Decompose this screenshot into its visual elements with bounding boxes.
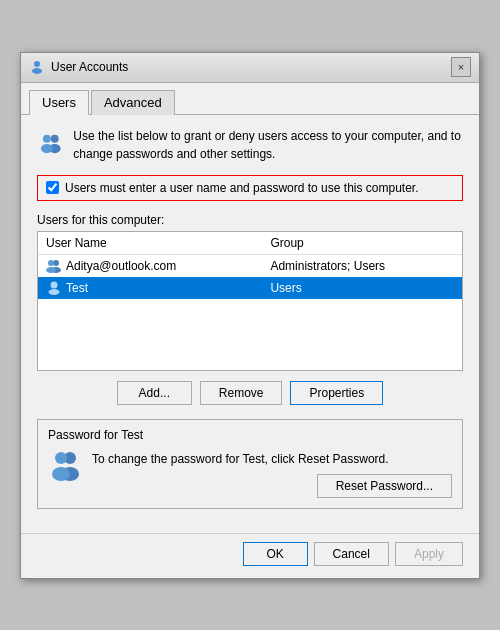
svg-point-15 [52,467,70,481]
header-group: Group [270,236,454,250]
must-enter-password-checkbox[interactable] [46,181,59,194]
password-inner: To change the password for Test, click R… [48,450,452,498]
user-action-buttons: Add... Remove Properties [37,381,463,405]
svg-point-2 [51,134,59,142]
info-text: Use the list below to grant or deny user… [73,127,463,163]
bottom-button-row: OK Cancel Apply [21,533,479,578]
user-row-username: Aditya@outlook.com [66,259,176,273]
users-section-label: Users for this computer: [37,213,463,227]
user-accounts-window: User Accounts × Users Advanced Use the l… [20,52,480,579]
user-row[interactable]: Aditya@outlook.com Administrators; Users [38,255,462,277]
svg-point-11 [49,289,60,295]
user-row-username: Test [66,281,88,295]
user-row-name: Test [46,281,270,295]
window-title: User Accounts [51,60,128,74]
add-button[interactable]: Add... [117,381,192,405]
reset-password-button[interactable]: Reset Password... [317,474,452,498]
must-enter-password-label[interactable]: Users must enter a user name and passwor… [65,181,419,195]
user-row-group: Users [270,281,454,295]
cancel-button[interactable]: Cancel [314,542,389,566]
user-row[interactable]: Test Users [38,277,462,299]
reset-btn-row: Reset Password... [92,474,452,498]
users-icon [37,127,63,161]
password-user-icon [48,450,84,484]
window-icon [29,59,45,75]
apply-button[interactable]: Apply [395,542,463,566]
user-row-name: Aditya@outlook.com [46,259,270,273]
title-bar-text: User Accounts [29,59,128,75]
properties-button[interactable]: Properties [290,381,383,405]
title-bar: User Accounts × [21,53,479,83]
tab-users[interactable]: Users [29,90,89,115]
close-button[interactable]: × [451,57,471,77]
user-list-container[interactable]: User Name Group Aditya@outlook.com [37,231,463,371]
user-list-header: User Name Group [38,232,462,255]
svg-point-0 [34,61,40,67]
svg-point-1 [32,68,42,74]
svg-point-4 [43,134,51,142]
svg-point-9 [46,267,56,273]
password-section: Password for Test To change the password… [37,419,463,509]
info-row: Use the list below to grant or deny user… [37,127,463,163]
password-section-title: Password for Test [48,428,452,442]
svg-point-10 [51,281,58,288]
password-text: To change the password for Test, click R… [92,450,452,468]
svg-point-8 [48,260,54,266]
tab-advanced[interactable]: Advanced [91,90,175,115]
ok-button[interactable]: OK [243,542,308,566]
header-username: User Name [46,236,270,250]
svg-point-5 [41,144,53,153]
user-row-icon [46,259,62,273]
main-content: Use the list below to grant or deny user… [21,115,479,533]
must-enter-password-row: Users must enter a user name and passwor… [37,175,463,201]
password-info: To change the password for Test, click R… [92,450,452,498]
remove-button[interactable]: Remove [200,381,283,405]
user-row-icon [46,281,62,295]
tab-bar: Users Advanced [21,83,479,115]
svg-point-14 [55,452,67,464]
user-row-group: Administrators; Users [270,259,454,273]
